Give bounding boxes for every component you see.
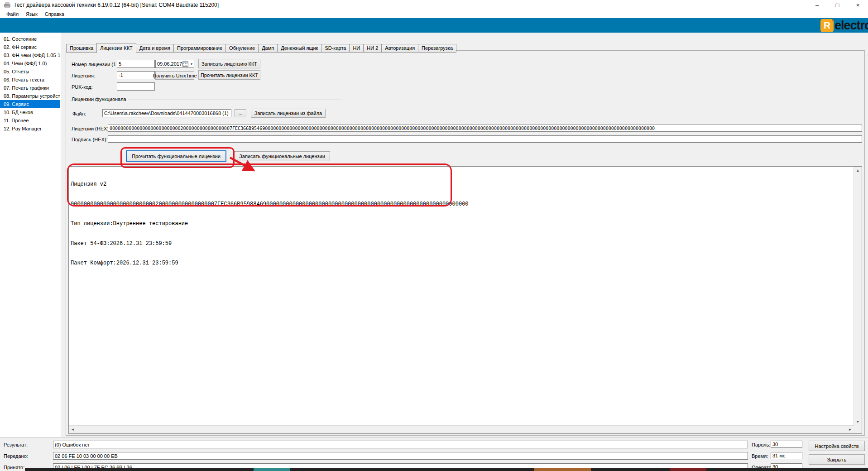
application-window: Тест драйвера кассовой техники 6.19.0.12…: [0, 0, 868, 471]
date-value: 09.06.2017: [156, 61, 182, 67]
browse-file-button[interactable]: ...: [235, 109, 246, 117]
result-label: Результат:: [4, 442, 28, 447]
password-label: Пароль:: [752, 442, 770, 447]
tab-data-i-vremya[interactable]: Дата и время: [136, 44, 173, 53]
tab-ni-2[interactable]: НИ 2: [363, 44, 381, 53]
tab-strip: Прошивка Лицензии ККТ Дата и время Прогр…: [66, 43, 456, 53]
scroll-right-icon[interactable]: ►: [846, 426, 854, 433]
minimize-button[interactable]: –: [807, 0, 827, 10]
sidebar-item-10-bd-chekov[interactable]: 10. БД чеков: [0, 108, 60, 116]
close-button[interactable]: ×: [848, 0, 868, 10]
write-license-kkt-button[interactable]: Записать лицензию ККТ: [198, 59, 260, 68]
sidebar-item-03-fn-cheki[interactable]: 03. ФН чеки (ФФД 1.05-1.2): [0, 51, 60, 59]
taskbar-app-chip: [254, 468, 290, 471]
received-label: Принято:: [4, 465, 24, 470]
sidebar-item-11-prochee[interactable]: 11. Прочее: [0, 116, 60, 125]
license-label: Лицензия:: [72, 73, 95, 78]
menu-help[interactable]: Справка: [41, 11, 68, 17]
sidebar-item-04-cheki[interactable]: 04. Чеки (ФФД 1.0): [0, 59, 60, 67]
window-controls: – □ ×: [807, 0, 868, 10]
output-line: Лицензия v2: [71, 181, 853, 188]
tab-obnulenie[interactable]: Обнуление: [225, 44, 258, 53]
taskbar-sliver: [25, 468, 868, 471]
sign-hex-label: Подпись (HEX):: [72, 137, 108, 142]
app-icon: [4, 2, 11, 8]
puk-label: PUK-код:: [72, 84, 93, 90]
menu-file[interactable]: Файл: [3, 11, 22, 17]
vertical-scrollbar[interactable]: ▲ ▼: [854, 167, 862, 426]
scroll-down-icon[interactable]: ▼: [854, 418, 862, 426]
scrollbar-corner: [854, 426, 862, 433]
tab-denezhnyj-yashchik[interactable]: Денежный ящик: [277, 44, 321, 53]
read-licenses-kkt-button[interactable]: Прочитать лицензии ККТ: [198, 70, 260, 80]
tab-ni[interactable]: НИ: [349, 44, 363, 53]
sign-hex-input[interactable]: [108, 135, 862, 143]
read-functional-licenses-button[interactable]: Прочитать функциональные лицензии: [126, 150, 226, 162]
sidebar-item-06-pechat-teksta[interactable]: 06. Печать текста: [0, 76, 60, 84]
brand-mark: ’: [831, 18, 833, 25]
horizontal-scrollbar[interactable]: ◄ ►: [69, 425, 854, 433]
brand-name: electro: [834, 19, 868, 33]
sent-field[interactable]: [53, 452, 748, 460]
sidebar-item-02-fn-servis[interactable]: 02. ФН сервис: [0, 43, 60, 51]
time-label: Время:: [752, 453, 768, 459]
license-number-input[interactable]: [117, 60, 155, 68]
brand-banner: R ’ electro: [0, 18, 868, 33]
scroll-left-icon[interactable]: ◄: [69, 426, 77, 433]
sidebar-item-05-otchety[interactable]: 05. Отчеты: [0, 67, 60, 76]
calendar-icon: [182, 61, 188, 67]
sidebar-item-12-pay-manager[interactable]: 12. Pay Manager: [0, 125, 60, 133]
sidebar-item-07-pechat-grafiki[interactable]: 07. Печать графики: [0, 84, 60, 92]
tab-avtorizaciya[interactable]: Авторизация: [381, 44, 418, 53]
license-output-area[interactable]: Лицензия v2 0000000000000000000000000020…: [68, 166, 862, 434]
taskbar-app-chip: [670, 468, 706, 471]
func-licenses-group-label: Лицензии функционала: [70, 96, 128, 102]
output-line: Пакет 54-ФЗ:2026.12.31 23:59:59: [71, 240, 853, 247]
menu-language[interactable]: Язык: [22, 11, 41, 17]
close-app-button[interactable]: Закрыть: [809, 454, 865, 465]
licenses-hex-input[interactable]: [108, 125, 862, 132]
output-line: 0000000000000000000000000020000000000000…: [71, 201, 853, 208]
group-divider: [119, 100, 341, 100]
file-path-input[interactable]: [102, 109, 231, 117]
date-dropdown-arrow-icon[interactable]: ▾: [189, 60, 194, 67]
settings-button[interactable]: Настройка свойств: [809, 441, 865, 451]
file-label: Файл:: [72, 111, 86, 116]
license-tab-panel: Номер лицензии (1-15) 09.06.2017 ▾ Запис…: [66, 50, 865, 436]
status-bar: Результат: Передано: Принято: Пароль: Вр…: [0, 437, 868, 471]
sidebar-item-08-parametry[interactable]: 08. Параметры устройства: [0, 92, 60, 100]
date-picker[interactable]: 09.06.2017 ▾: [155, 60, 194, 68]
sidebar-item-09-servis[interactable]: 09. Сервис: [0, 100, 60, 108]
sidebar: 01. Состояние 02. ФН сервис 03. ФН чеки …: [0, 33, 60, 437]
sidebar-item-01-sostoyanie[interactable]: 01. Состояние: [0, 35, 60, 43]
license-input[interactable]: [117, 71, 155, 79]
menu-bar: Файл Язык Справка: [0, 10, 868, 18]
write-functional-licenses-button[interactable]: Записать функциональные лицензии: [234, 151, 330, 161]
tab-licenzii-kkt[interactable]: Лицензии ККТ: [96, 43, 136, 53]
get-unixtime-button[interactable]: Получить UnixTime: [155, 71, 194, 80]
tab-damp[interactable]: Дамп: [258, 44, 277, 53]
sent-label: Передано:: [4, 453, 28, 459]
tab-programmirovanie[interactable]: Программирование: [173, 44, 225, 53]
output-line: Пакет Комфорт:2026.12.31 23:59:59: [71, 260, 853, 267]
window-title: Тест драйвера кассовой техники 6.19.0.12…: [14, 2, 219, 8]
time-field[interactable]: [771, 452, 802, 459]
taskbar-app-chip: [534, 468, 591, 471]
tab-proshivka[interactable]: Прошивка: [66, 44, 96, 53]
licenses-hex-label: Лицензии (HEX):: [72, 126, 110, 131]
license-output-text: Лицензия v2 0000000000000000000000000020…: [71, 168, 853, 280]
brand-logo: R ’ electro: [820, 19, 868, 32]
title-bar: Тест драйвера кассовой техники 6.19.0.12…: [0, 0, 868, 10]
tab-perezagruzka[interactable]: Перезагрузка: [418, 44, 456, 53]
scroll-up-icon[interactable]: ▲: [854, 167, 862, 174]
write-licenses-from-file-button[interactable]: Записать лицензии из файла: [251, 109, 326, 118]
puk-input[interactable]: [117, 82, 155, 91]
brand-logo-icon: R ’: [820, 19, 834, 32]
brand-letter: R: [824, 20, 830, 31]
result-field[interactable]: [53, 441, 748, 448]
output-line: Тип лицензии:Внутреннее тестирование: [71, 221, 853, 227]
password-field[interactable]: [771, 441, 802, 448]
maximize-button[interactable]: □: [827, 0, 848, 10]
tab-sd-karta[interactable]: SD-карта: [321, 44, 349, 53]
